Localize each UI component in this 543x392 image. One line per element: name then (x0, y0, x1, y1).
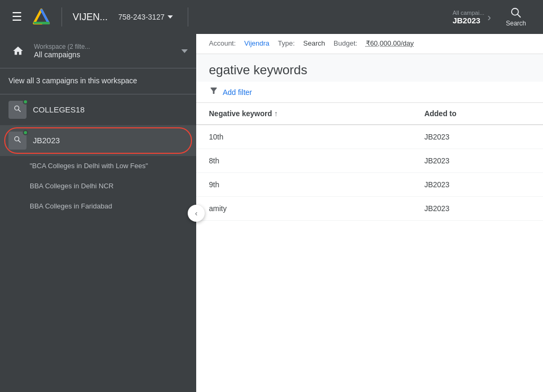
svg-line-10 (19, 109, 21, 111)
ad-group-list: "BCA Colleges in Delhi with Low Fees" BB… (0, 156, 196, 217)
ad-group-label-bba-ncr: BBA Colleges in Delhi NCR (30, 182, 113, 190)
column-header-added-to: Added to (411, 103, 543, 125)
workspace-text: Workspace (2 filte... All campaigns (34, 43, 175, 59)
keyword-cell: 10th (196, 125, 411, 149)
type-meta-value: Search (303, 39, 325, 47)
keywords-table: Negative keyword ↑ Added to 10thJB20238t… (196, 103, 543, 221)
column-keyword-label: Negative keyword (209, 109, 272, 118)
top-navigation: ☰ VIJEN... 758-243-3127 All campai... JB… (0, 0, 543, 34)
account-id-text: 758-243-3127 (118, 13, 164, 21)
nav-divider-2 (188, 7, 188, 27)
campaign-icon-colleges18 (8, 101, 27, 119)
keywords-table-container: Negative keyword ↑ Added to 10thJB20238t… (196, 103, 543, 392)
ad-group-item-bba-ncr[interactable]: BBA Colleges in Delhi NCR (30, 176, 196, 196)
hamburger-menu-icon[interactable]: ☰ (8, 7, 25, 27)
ad-group-item-bca[interactable]: "BCA Colleges in Delhi with Low Fees" (30, 156, 196, 176)
campaign-breadcrumb-label: All campai... (452, 10, 484, 16)
search-button[interactable]: Search (497, 7, 535, 27)
workspace-dropdown-icon (181, 49, 188, 53)
account-id-selector[interactable]: 758-243-3127 (114, 11, 177, 23)
account-meta-label: Account: (209, 39, 236, 47)
campaign-label-colleges18: COLLEGES18 (33, 105, 85, 114)
svg-line-8 (518, 14, 520, 17)
meta-row: Account: Vijendra Type: Search Budget: ₹… (209, 39, 530, 47)
workspace-header[interactable]: Workspace (2 filte... All campaigns (0, 34, 196, 68)
status-dot-active-jb (23, 130, 28, 135)
svg-line-12 (19, 140, 21, 142)
filter-bar: Add filter (196, 82, 543, 103)
filter-icon (209, 86, 218, 98)
add-filter-button[interactable]: Add filter (223, 88, 252, 97)
workspace-title: Workspace (2 filte... (34, 43, 175, 50)
account-name: VIJEN... (73, 12, 108, 23)
nav-divider (62, 7, 62, 27)
breadcrumb-text: All campai... JB2023 (452, 10, 484, 25)
main-content: Account: Vijendra Type: Search Budget: ₹… (196, 34, 543, 392)
page-title-text: egative keywords (209, 63, 307, 77)
svg-line-5 (41, 10, 48, 23)
type-meta-label: Type: (278, 39, 295, 47)
sidebar-collapse-button[interactable]: ‹ (188, 205, 205, 222)
campaign-item-colleges18[interactable]: COLLEGES18 (0, 94, 196, 125)
main-layout: Workspace (2 filte... All campaigns View… (0, 34, 543, 392)
table-body: 10thJB20238thJB20239thJB2023amityJB2023 (196, 125, 543, 221)
sidebar: Workspace (2 filte... All campaigns View… (0, 34, 196, 392)
column-header-keyword: Negative keyword ↑ (196, 103, 411, 125)
table-header: Negative keyword ↑ Added to (196, 103, 543, 125)
campaign-active-name: JB2023 (452, 16, 480, 25)
added-to-cell: JB2023 (411, 197, 543, 221)
search-type-icon-jb (13, 135, 22, 146)
table-row: amityJB2023 (196, 197, 543, 221)
budget-meta-value[interactable]: ₹60,000.00/day (366, 39, 414, 47)
search-label: Search (506, 20, 526, 27)
svg-line-4 (34, 10, 41, 23)
view-all-campaigns-label: View all 3 campaigns in this workspace (8, 76, 137, 85)
keyword-cell: 9th (196, 173, 411, 197)
chevron-right-icon: › (487, 11, 491, 23)
added-to-cell: JB2023 (411, 125, 543, 149)
view-all-campaigns[interactable]: View all 3 campaigns in this workspace (0, 68, 196, 94)
column-added-to-label: Added to (424, 109, 457, 118)
table-row: 10thJB2023 (196, 125, 543, 149)
home-icon (8, 41, 28, 60)
search-icon (510, 7, 522, 19)
budget-meta-label: Budget: (334, 39, 357, 47)
chevron-down-icon (168, 15, 173, 19)
campaign-item-jb2023[interactable]: JB2023 (0, 125, 196, 156)
keyword-cell: 8th (196, 149, 411, 173)
ad-group-label-bca: "BCA Colleges in Delhi with Low Fees" (30, 162, 148, 170)
added-to-cell: JB2023 (411, 173, 543, 197)
campaign-breadcrumb[interactable]: All campai... JB2023 › (452, 10, 491, 25)
ad-group-item-bba-far[interactable]: BBA Colleges in Faridabad (30, 196, 196, 216)
workspace-subtitle: All campaigns (34, 50, 175, 59)
campaign-label-jb2023: JB2023 (33, 136, 60, 145)
search-type-icon (13, 104, 22, 115)
ad-group-label-bba-far: BBA Colleges in Faridabad (30, 202, 112, 210)
table-row: 8thJB2023 (196, 149, 543, 173)
table-row: 9thJB2023 (196, 173, 543, 197)
content-header: Account: Vijendra Type: Search Budget: ₹… (196, 34, 543, 54)
google-ads-logo (32, 7, 51, 27)
sort-arrow-icon[interactable]: ↑ (274, 109, 278, 118)
status-dot-active (23, 99, 28, 104)
campaign-icon-jb2023 (8, 132, 27, 150)
keyword-cell: amity (196, 197, 411, 221)
added-to-cell: JB2023 (411, 149, 543, 173)
account-meta-value[interactable]: Vijendra (244, 39, 269, 47)
page-title: egative keywords (196, 54, 543, 82)
collapse-icon: ‹ (195, 209, 198, 217)
